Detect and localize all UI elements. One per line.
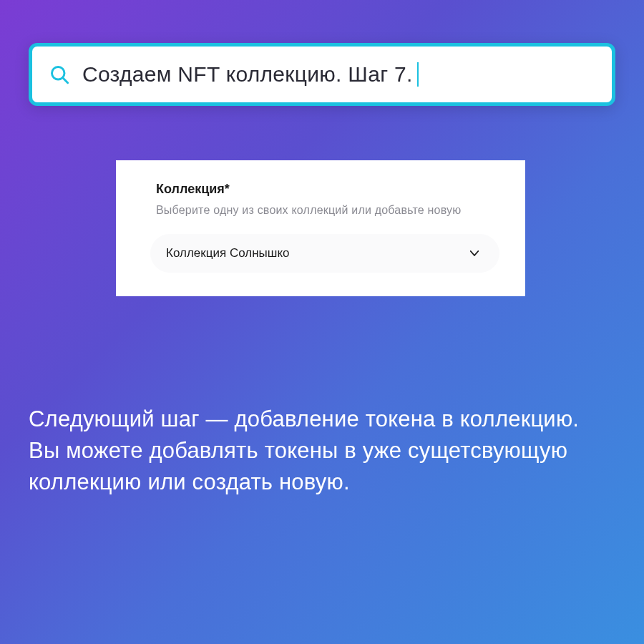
svg-line-1 bbox=[63, 78, 67, 82]
card-title: Коллекция* bbox=[156, 182, 499, 197]
chevron-down-icon bbox=[468, 247, 481, 260]
search-bar[interactable]: Создаем NFT коллекцию. Шаг 7. bbox=[29, 43, 615, 106]
search-icon bbox=[49, 64, 69, 84]
search-text: Создаем NFT коллекцию. Шаг 7. bbox=[82, 62, 413, 87]
text-cursor bbox=[417, 62, 419, 87]
collection-dropdown[interactable]: Коллекция Солнышко bbox=[150, 234, 499, 273]
card-subtitle: Выберите одну из своих коллекций или доб… bbox=[156, 204, 499, 217]
step-description: Следующий шаг — добавление токена в колл… bbox=[29, 404, 615, 498]
dropdown-value: Коллекция Солнышко bbox=[166, 246, 289, 260]
collection-card: Коллекция* Выберите одну из своих коллек… bbox=[116, 160, 525, 296]
